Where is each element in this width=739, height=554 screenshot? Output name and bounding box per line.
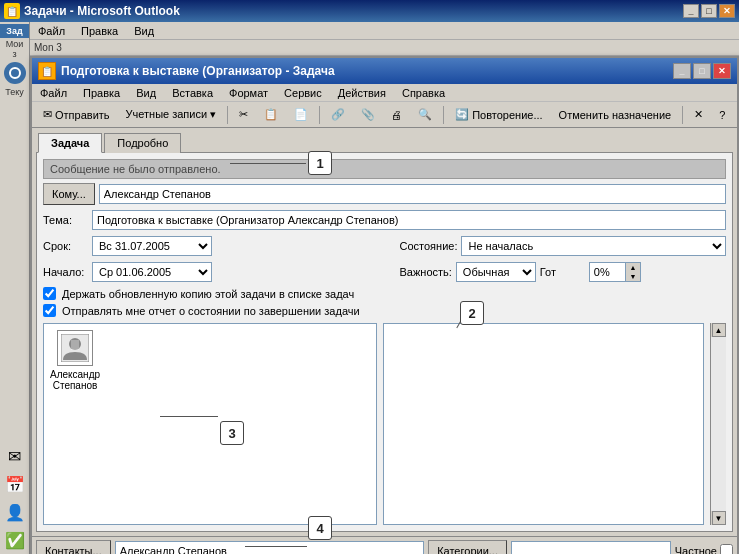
dialog-close-btn[interactable]: ✕ [713,63,731,79]
done-label: Гот [540,266,585,278]
done-spinner: ▲ ▼ [589,262,641,282]
dialog-toolbar: ✉ Отправить Учетные записи ▾ ✂ 📋 📄 🔗 📎 [32,102,737,128]
maximize-btn[interactable]: □ [701,4,717,18]
dialog-title-bar: 📋 Подготовка к выставке (Организатор - З… [32,58,737,84]
annotation-4: 4 [308,516,332,540]
scroll-up-btn[interactable]: ▲ [712,323,726,337]
recurrence-icon: 🔄 [455,108,469,121]
annotation-line-1 [230,163,306,164]
accounts-btn[interactable]: Учетные записи ▾ [119,104,224,126]
assignee-item: Александр Степанов [50,330,100,391]
dialog-menu-view[interactable]: Вид [132,86,160,100]
app-menu-bar: Файл Правка Вид [30,22,739,40]
message-bar: Сообщение не было отправлено. [43,159,726,179]
notes-area[interactable] [383,323,705,525]
address-btn[interactable]: 🔗 [324,104,352,126]
scroll-down-btn[interactable]: ▼ [712,511,726,525]
dialog-menu-insert[interactable]: Вставка [168,86,217,100]
annotation-line-4 [245,546,307,547]
form-area: Сообщение не было отправлено. Кому... Те… [36,152,733,532]
checkbox1-row: Держать обновленную копию этой задачи в … [43,287,726,300]
menu-view[interactable]: Вид [130,23,158,39]
status-label: Состояние: [400,240,458,252]
dialog-menu: Файл Правка Вид Вставка Формат Сервис Де… [32,84,737,102]
find-btn[interactable]: 🔍 [411,104,439,126]
minimize-btn[interactable]: _ [683,4,699,18]
nav-tasks-icon[interactable]: ✅ [2,527,28,553]
scroll-track[interactable] [711,337,726,511]
app-title-bar: 📋 Задачи - Microsoft Outlook _ □ ✕ [0,0,739,22]
app-title: Задачи - Microsoft Outlook [24,4,180,18]
help-btn[interactable]: ? [712,104,732,126]
nav-section-header[interactable]: Зад [0,24,29,38]
attach-btn[interactable]: 📎 [354,104,382,126]
done-input[interactable] [589,262,625,282]
print-btn[interactable]: 🖨 [384,104,409,126]
dialog-menu-actions[interactable]: Действия [334,86,390,100]
toolbar-sep1 [227,106,228,124]
dialog-title: Подготовка к выставке (Организатор - Зад… [61,64,335,78]
dialog-minimize-btn[interactable]: _ [673,63,691,79]
to-button[interactable]: Кому... [43,183,95,205]
menu-edit[interactable]: Правка [77,23,122,39]
subject-input[interactable] [92,210,726,230]
priority-label: Важность: [400,266,452,278]
subject-label: Тема: [43,214,88,226]
due-select[interactable]: Вс 31.07.2005 [92,236,212,256]
tab-bar: Задача Подробно [32,128,737,152]
done-up-btn[interactable]: ▲ [626,263,640,272]
app-icon: 📋 [4,3,20,19]
nav-my-tasks[interactable]: Мои з [0,38,29,60]
categories-input[interactable] [511,541,671,555]
toolbar-sep2 [319,106,320,124]
assignee-icon [57,330,93,366]
dialog-menu-service[interactable]: Сервис [280,86,326,100]
tab-task[interactable]: Задача [38,133,102,153]
start-label: Начало: [43,266,88,278]
dialog-maximize-btn[interactable]: □ [693,63,711,79]
categories-button[interactable]: Категории... [428,540,507,555]
close-app-btn[interactable]: ✕ [719,4,735,18]
dialog-menu-format[interactable]: Формат [225,86,272,100]
paste-btn[interactable]: 📄 [287,104,315,126]
annotation-2: 2 [460,301,484,325]
task-dialog: 📋 Подготовка к выставке (Организатор - З… [30,56,739,554]
cut-btn[interactable]: ✂ [232,104,255,126]
private-row: Частное [675,544,733,554]
status-select[interactable]: Не началась [461,236,726,256]
private-checkbox[interactable] [720,544,733,554]
nav-contacts-icon[interactable]: 👤 [2,499,28,525]
annotation-line-3 [160,416,218,417]
unassign-btn[interactable]: Отменить назначение [552,104,679,126]
contacts-input[interactable] [115,541,424,555]
recurrence-btn[interactable]: 🔄 Повторение... [448,104,549,126]
assignee-area: Александр Степанов ▲ ▼ [43,323,726,525]
checkbox1[interactable] [43,287,56,300]
to-row: Кому... [43,183,726,205]
priority-select[interactable]: Обычная [456,262,536,282]
svg-rect-2 [71,340,79,350]
private-label: Частное [675,545,717,555]
dialog-icon: 📋 [38,62,56,80]
done-down-btn[interactable]: ▼ [626,272,640,281]
contacts-button[interactable]: Контакты... [36,540,111,555]
scrollbar[interactable]: ▲ ▼ [710,323,726,525]
menu-file[interactable]: Файл [34,23,69,39]
dialog-menu-help[interactable]: Справка [398,86,449,100]
dialog-menu-edit[interactable]: Правка [79,86,124,100]
start-select[interactable]: Ср 01.06.2005 [92,262,212,282]
due-status-row: Срок: Вс 31.07.2005 Состояние: Не начала… [43,235,726,257]
nav-mail-icon[interactable]: ✉ [2,443,28,469]
toolbar-sep3 [443,106,444,124]
nav-calendar-icon[interactable]: 📅 [2,471,28,497]
checkbox2[interactable] [43,304,56,317]
nav-current[interactable]: Теку [0,86,29,98]
to-input[interactable] [99,184,726,204]
tab-details[interactable]: Подробно [104,133,181,153]
delete-btn[interactable]: ✕ [687,104,710,126]
dialog-menu-file[interactable]: Файл [36,86,71,100]
annotation-3: 3 [220,421,244,445]
start-priority-row: Начало: Ср 01.06.2005 Важность: Обычная [43,261,726,283]
copy-btn[interactable]: 📋 [257,104,285,126]
send-btn[interactable]: ✉ Отправить [36,104,117,126]
